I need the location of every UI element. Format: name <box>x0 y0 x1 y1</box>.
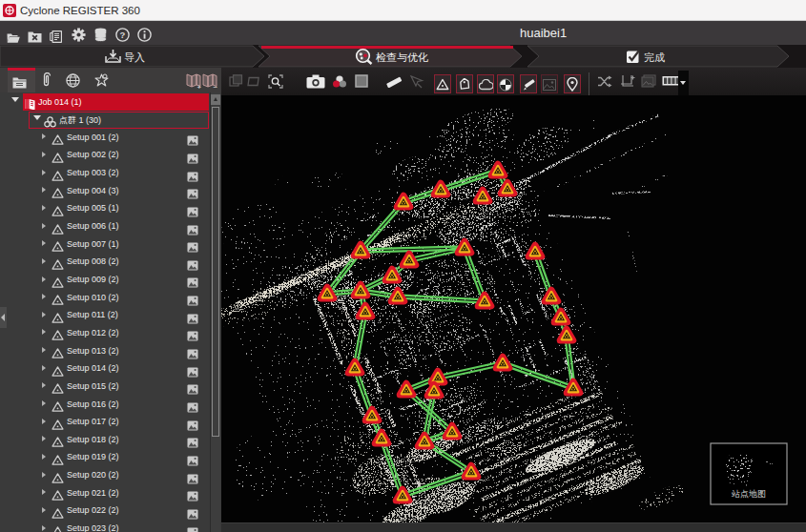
svg-text:−: − <box>214 83 218 91</box>
svg-text:+: + <box>197 83 202 91</box>
svg-text:?: ? <box>120 30 126 40</box>
svg-text:站点地图: 站点地图 <box>731 489 766 499</box>
